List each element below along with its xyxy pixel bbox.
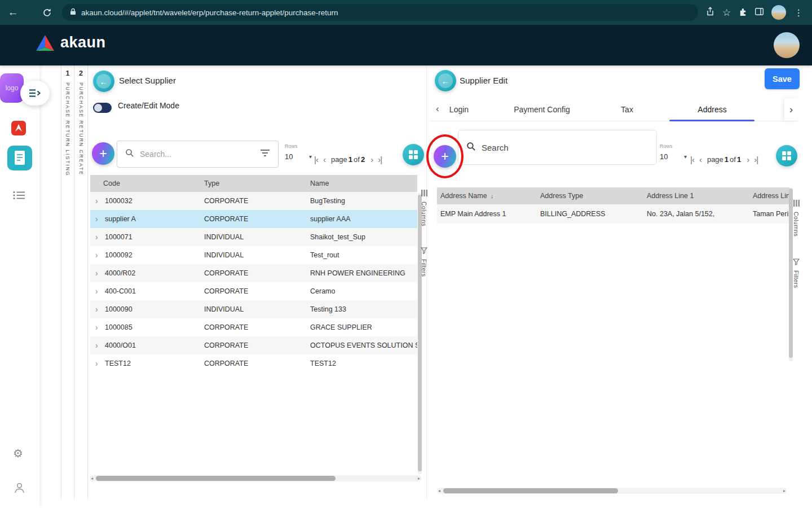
- browser-menu-icon[interactable]: ⋮: [794, 7, 803, 18]
- column-header-code[interactable]: Code: [90, 179, 204, 187]
- grid-view-button[interactable]: [403, 144, 424, 165]
- bookmark-star-icon[interactable]: ☆: [722, 7, 731, 19]
- extensions-puzzle-icon[interactable]: [739, 7, 747, 18]
- red-app-icon[interactable]: [11, 121, 26, 138]
- share-icon[interactable]: [706, 7, 714, 18]
- expand-chevron-icon[interactable]: ›: [90, 323, 105, 332]
- columns-side-button[interactable]: Columns: [792, 199, 800, 239]
- tabs-scroll-right-icon[interactable]: ›: [784, 98, 798, 121]
- select-supplier-panel: ← Select Supplier Create/Edit Mode + Row…: [89, 65, 427, 500]
- next-page-button[interactable]: ›: [747, 155, 749, 164]
- table-row[interactable]: ›1000071INDIVIDUALShaikot_test_Sup: [90, 228, 417, 246]
- expand-chevron-icon[interactable]: ›: [90, 214, 105, 224]
- table-row[interactable]: ›1000085CORPORATEGRACE SUPPLIER: [90, 318, 417, 336]
- filters-side-button[interactable]: Filters: [792, 257, 800, 290]
- add-supplier-button[interactable]: +: [92, 142, 114, 165]
- supplier-search-input[interactable]: [140, 150, 254, 159]
- address-bar[interactable]: akaun.cloud/#/applet/tnt/wavelet/erp/pur…: [62, 4, 698, 21]
- last-page-button[interactable]: ›|: [378, 155, 382, 164]
- last-page-button[interactable]: ›|: [754, 155, 758, 164]
- scrollbar-thumb[interactable]: [418, 195, 422, 471]
- rows-per-page-select[interactable]: 10 ▾: [285, 152, 312, 161]
- expand-chevron-icon[interactable]: ›: [90, 251, 105, 260]
- list-menu-icon[interactable]: [13, 191, 25, 202]
- column-header-type[interactable]: Type: [204, 179, 310, 187]
- column-header-address-line2[interactable]: Address Lin: [753, 192, 789, 200]
- scroll-right-icon[interactable]: ▸: [418, 475, 420, 481]
- horizontal-scrollbar[interactable]: ◂ ▸: [437, 488, 787, 494]
- expand-chevron-icon[interactable]: ›: [90, 341, 105, 350]
- table-row[interactable]: ›400-C001CORPORATECeramo: [90, 282, 417, 300]
- settings-gear-icon[interactable]: ⚙: [13, 446, 23, 460]
- column-header-address-line1[interactable]: Address Line 1: [647, 192, 753, 200]
- browser-profile-avatar[interactable]: [771, 5, 786, 20]
- rows-per-page-select[interactable]: 10 ▾: [660, 152, 687, 161]
- table-row[interactable]: ›4000/R02CORPORATERNH POWER ENGINEERING: [90, 264, 417, 282]
- expand-chevron-icon[interactable]: ›: [90, 233, 105, 242]
- vertical-tab-purchase-return-create[interactable]: 2 PURCHASE RETURN CREATE: [74, 65, 88, 500]
- receipt-applet-icon[interactable]: [7, 146, 32, 173]
- table-row[interactable]: ›4000/O01CORPORATEOCTOPUS EVENTS SOLUTIO…: [90, 336, 417, 354]
- column-header-address-type[interactable]: Address Type: [540, 192, 647, 200]
- columns-label: Columns: [793, 212, 800, 237]
- active-tab-underline: [669, 120, 754, 121]
- table-row[interactable]: EMP Main Address 1 BILLING_ADDRESS No. 2…: [437, 204, 789, 224]
- scroll-left-icon[interactable]: ◂: [438, 488, 440, 494]
- browser-reload-icon[interactable]: [37, 0, 56, 25]
- cell-code: 1000071: [105, 233, 204, 241]
- scroll-right-icon[interactable]: ▸: [783, 488, 785, 494]
- first-page-button[interactable]: |‹: [690, 155, 694, 164]
- expand-chevron-icon[interactable]: ›: [90, 287, 105, 296]
- vertical-tab-purchase-return-listing[interactable]: 1 PURCHASE RETURN LISTING: [61, 65, 74, 500]
- scroll-left-icon[interactable]: ◂: [91, 475, 93, 481]
- panel-title: Select Supplier: [119, 76, 176, 85]
- table-row[interactable]: ›1000092INDIVIDUALTest_rout: [90, 246, 417, 264]
- tabs-scroll-left-icon[interactable]: ‹: [436, 103, 439, 115]
- tenant-logo-placeholder[interactable]: logo: [0, 73, 24, 103]
- filters-side-button[interactable]: Filters: [420, 246, 428, 279]
- create-edit-mode-toggle[interactable]: [93, 103, 112, 113]
- akaun-logo[interactable]: akaun: [35, 34, 106, 51]
- filter-list-icon[interactable]: [260, 149, 270, 159]
- sidebar-expand-button[interactable]: [20, 81, 50, 106]
- back-button[interactable]: ←: [93, 71, 114, 92]
- address-search-input[interactable]: [482, 143, 648, 152]
- save-button[interactable]: Save: [765, 68, 800, 89]
- menu-arrow-icon: [29, 89, 41, 98]
- caret-down-icon: ▾: [309, 154, 312, 160]
- pagination: |‹ ‹ page1of2 › ›|: [314, 155, 382, 164]
- grid-view-button[interactable]: [776, 145, 797, 167]
- user-avatar[interactable]: [774, 32, 800, 58]
- browser-back-icon[interactable]: ←: [3, 0, 23, 25]
- side-panel-icon[interactable]: [755, 7, 764, 17]
- scrollbar-thumb[interactable]: [96, 476, 336, 481]
- tab-label: PURCHASE RETURN CREATE: [78, 82, 84, 176]
- tab-payment-config[interactable]: Payment Config: [508, 98, 576, 121]
- prev-page-button[interactable]: ‹: [699, 155, 701, 164]
- table-row-selected[interactable]: ›supplier ACORPORATEsupplier AAA: [90, 210, 417, 228]
- tab-login[interactable]: Login: [442, 98, 476, 121]
- column-header-name[interactable]: Name: [310, 179, 417, 187]
- column-header-address-name[interactable]: Address Name↓: [437, 192, 540, 200]
- prev-page-button[interactable]: ‹: [323, 155, 325, 164]
- expand-chevron-icon[interactable]: ›: [90, 359, 105, 368]
- first-page-button[interactable]: |‹: [314, 155, 318, 164]
- cell-name: Shaikot_test_Sup: [310, 233, 417, 241]
- expand-chevron-icon[interactable]: ›: [90, 305, 105, 314]
- scrollbar-thumb[interactable]: [443, 488, 618, 493]
- expand-chevron-icon[interactable]: ›: [90, 196, 105, 205]
- horizontal-scrollbar[interactable]: ◂ ▸: [90, 475, 421, 481]
- back-button[interactable]: ←: [435, 70, 456, 91]
- table-header: Code Type Name: [90, 175, 417, 192]
- vertical-scrollbar[interactable]: [418, 193, 422, 474]
- expand-chevron-icon[interactable]: ›: [90, 269, 105, 278]
- next-page-button[interactable]: ›: [370, 155, 373, 164]
- tab-address[interactable]: Address: [678, 98, 746, 121]
- tab-tax[interactable]: Tax: [616, 98, 638, 121]
- add-address-button[interactable]: +: [434, 145, 456, 168]
- profile-person-icon[interactable]: [14, 482, 25, 496]
- table-row[interactable]: ›TEST12CORPORATETEST12: [90, 354, 417, 373]
- table-row[interactable]: ›1000090INDIVIDUALTesting 133: [90, 300, 417, 318]
- table-row[interactable]: ›1000032CORPORATEBugTesting: [90, 192, 417, 210]
- columns-side-button[interactable]: Columns: [420, 189, 428, 229]
